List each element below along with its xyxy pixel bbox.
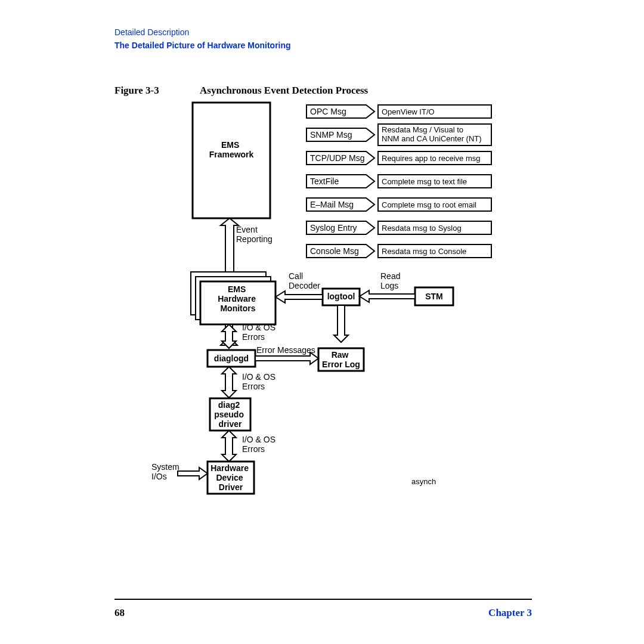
diag2-text: diag2 pseudo driver	[214, 400, 246, 429]
arrow-diag2-hdd	[222, 431, 236, 462]
msg-type-text: SNMP Msg	[310, 130, 352, 140]
msg-desc-text: OpenView IT/O	[382, 107, 435, 116]
msg-type-text: Console Msg	[310, 246, 359, 256]
page-number: 68	[114, 607, 125, 619]
io-os-errors-2: I/O & OS Errors	[242, 372, 278, 391]
msg-type-text: E–Mail Msg	[310, 200, 354, 209]
diagram-svg: EMS Framework OPC MsgOpenView IT/OSNMP M…	[0, 0, 644, 644]
ems-framework-box	[193, 103, 270, 218]
diaglogd-text: diaglogd	[214, 354, 249, 363]
error-messages-label: Error Messages	[256, 345, 315, 355]
msg-desc-text: Requires app to receive msg	[382, 154, 480, 163]
msg-desc-text: Complete msg to text file	[382, 177, 467, 186]
arrow-diaglogd-diag2	[222, 367, 236, 398]
stm-text: STM	[425, 292, 443, 301]
msg-desc-text: Resdata msg to Console	[382, 247, 466, 256]
msg-desc-text: Resdata msg to Syslog	[382, 224, 462, 233]
read-logs-label: Read Logs	[380, 271, 402, 290]
io-os-errors-1: I/O & OS Errors	[242, 323, 278, 342]
msg-type-text: Syslog Entry	[310, 223, 357, 233]
system-ios-label: System I/Os	[151, 462, 182, 481]
logtool-text: logtool	[327, 292, 355, 301]
arrow-raw-logtool	[334, 305, 348, 342]
event-reporting-label: Event Reporting	[236, 225, 273, 244]
msg-type-text: TCP/UDP Msg	[310, 153, 365, 163]
arrow-system-ios	[178, 467, 208, 479]
msg-desc-text: Complete msg to root email	[382, 200, 476, 209]
footer-rule	[114, 599, 532, 600]
call-decoder-arrow	[275, 291, 323, 303]
msg-type-text: TextFile	[310, 177, 339, 186]
asynch-label: asynch	[411, 477, 436, 486]
read-logs-arrow	[360, 290, 415, 302]
call-decoder-label: Call Decoder	[289, 271, 320, 290]
msg-type-text: OPC Msg	[310, 107, 346, 116]
io-os-errors-3: I/O & OS Errors	[242, 435, 278, 454]
chapter-link[interactable]: Chapter 3	[488, 607, 532, 619]
